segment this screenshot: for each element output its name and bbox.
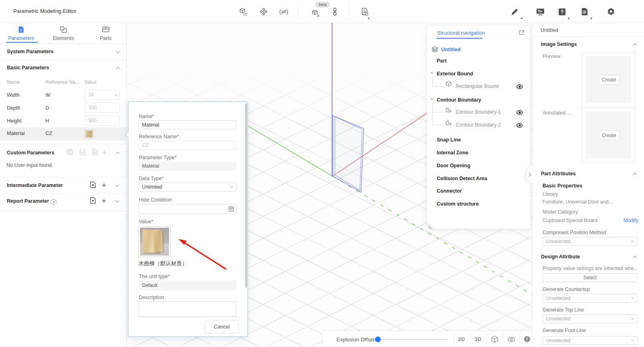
data-type-select[interactable]: Unlimited	[138, 183, 236, 191]
explosion-slider-handle[interactable]	[375, 337, 381, 342]
tree-item-internal-zone[interactable]: Internal Zone	[437, 150, 468, 156]
add-parameter-icon[interactable]: +	[102, 183, 106, 188]
link-icon[interactable]	[329, 6, 341, 18]
elements-icon	[60, 26, 67, 33]
chevron-up-icon[interactable]	[633, 256, 637, 260]
tree-item-collision-detect-area[interactable]: Collision Detect Area	[437, 176, 487, 181]
panel-collapse-tab[interactable]	[526, 166, 533, 183]
import-parameter-icon[interactable]	[90, 197, 96, 206]
view-3d-button[interactable]: 3D	[475, 336, 481, 342]
tree-item-contour-boundary[interactable]: Contour Boundary	[437, 97, 481, 103]
visibility-eye-icon[interactable]	[516, 83, 523, 91]
chevron-up-icon[interactable]	[116, 67, 120, 71]
part-attributes-header[interactable]: Part Attributes	[541, 171, 576, 177]
collapse-triangle-icon[interactable]	[430, 98, 433, 100]
tree-item-connector[interactable]: Connector	[437, 188, 462, 194]
add-parameter-icon[interactable]: +	[102, 150, 107, 156]
component-position-select[interactable]: Unselected	[543, 237, 638, 246]
dialog-scrollbar[interactable]	[245, 103, 247, 288]
cube-array-icon[interactable]	[237, 6, 249, 18]
report-parameter-header[interactable]: Report Parameter?	[7, 198, 56, 205]
document-lines-icon[interactable]	[578, 6, 590, 18]
image-settings-header[interactable]: Image Settings	[541, 42, 577, 47]
tab-parts[interactable]: Parts	[85, 23, 127, 43]
tree-item-rectangular-bound[interactable]: Rectangular Bound	[456, 83, 499, 89]
material-swatch[interactable]	[85, 129, 94, 139]
formula-calculator-icon[interactable]	[228, 206, 234, 214]
export-parameter-icon[interactable]	[92, 149, 98, 157]
dropdown-caret[interactable]	[520, 18, 523, 19]
view-2d-button[interactable]: 2D	[458, 336, 465, 342]
add-parameter-icon[interactable]: +	[102, 198, 106, 204]
generate-top-line-select[interactable]: Unselected	[543, 314, 638, 323]
custom-parameters-header[interactable]: Custom Parameters	[7, 150, 54, 156]
name-input[interactable]	[138, 121, 236, 129]
settings-circle-icon[interactable]	[66, 149, 73, 157]
parameter-type-field: Material	[138, 162, 236, 171]
param-value-field[interactable]: 500	[85, 103, 120, 113]
visibility-eye-icon[interactable]	[508, 337, 515, 344]
dropdown-caret[interactable]	[568, 18, 570, 19]
param-value-field[interactable]: 18	[85, 90, 120, 100]
chevron-up-icon[interactable]	[116, 152, 120, 156]
settings-nut-icon[interactable]	[605, 6, 617, 18]
resize-handle-icon[interactable]	[428, 224, 433, 231]
chevron-down-icon[interactable]	[116, 183, 120, 187]
export-document-icon[interactable]	[359, 6, 371, 18]
create-annotated-button[interactable]: Create	[599, 131, 619, 140]
generate-countertop-select[interactable]: Unselected	[543, 294, 638, 303]
generate-foot-line-select[interactable]: Unselected	[543, 336, 638, 345]
modify-link[interactable]: Modify	[623, 218, 638, 223]
visibility-eye-icon[interactable]	[516, 109, 523, 116]
select-button[interactable]: Select	[543, 273, 638, 282]
help-circle-icon[interactable]: ?	[51, 199, 56, 205]
param-value-field[interactable]: 900	[85, 116, 120, 126]
info-alert-icon[interactable]	[524, 336, 530, 344]
tab-elements[interactable]: Elements	[42, 23, 85, 43]
tab-parameters[interactable]: Parameters	[0, 23, 42, 43]
tree-item-door-opening[interactable]: Door Opening	[437, 163, 470, 168]
hide-condition-input[interactable]	[138, 204, 236, 214]
structural-navigation-tab[interactable]: Structural navigation	[437, 30, 485, 36]
tree-item-part[interactable]: Part	[437, 58, 446, 64]
basic-parameters-header[interactable]: Basic Parameters	[7, 65, 49, 71]
tree-item-custom-structure[interactable]: Custom structure	[437, 201, 479, 207]
dropdown-caret[interactable]	[367, 18, 370, 19]
tree-item-snap-line[interactable]: Snap Line	[437, 137, 461, 143]
description-textarea[interactable]	[138, 301, 236, 317]
collapse-triangle-icon[interactable]	[430, 72, 433, 74]
divider	[0, 211, 126, 211]
swap-values-icon[interactable]: (⇄)	[278, 6, 290, 18]
monitor-activity-icon[interactable]	[534, 6, 546, 18]
divider	[533, 36, 644, 37]
model-cube-icon[interactable]	[491, 335, 498, 345]
import-parameter-icon[interactable]	[79, 149, 86, 157]
tree-item-exterior-bound[interactable]: Exterior Bound	[437, 71, 473, 77]
design-attribute-header[interactable]: Design Attribute	[541, 254, 580, 260]
open-in-window-icon[interactable]	[519, 30, 524, 37]
cancel-button[interactable]: Cancel	[205, 320, 239, 333]
material-value-thumbnail[interactable]	[138, 226, 171, 257]
intermediate-parameter-header[interactable]: Intermediate Parameter	[7, 183, 63, 188]
help-icon[interactable]: ?	[556, 6, 568, 18]
create-preview-button[interactable]: Create	[599, 75, 619, 85]
explosion-slider-track[interactable]	[381, 339, 448, 340]
tree-item-contour-boundary-1[interactable]: Contour Boundary-1	[456, 109, 501, 115]
tree-connector	[432, 112, 444, 125]
board-wireframe-outer[interactable]	[333, 116, 364, 192]
tree-root-untitled[interactable]: Untitled	[441, 46, 460, 52]
system-parameters-header[interactable]: System Parameters	[7, 49, 54, 54]
param-name: Depth	[7, 105, 20, 111]
import-parameter-icon[interactable]	[90, 181, 96, 190]
dropdown-caret[interactable]	[590, 18, 592, 19]
edit-pencil-icon[interactable]	[508, 6, 520, 18]
formula-cube-icon[interactable]: fx	[310, 7, 322, 19]
tree-item-contour-boundary-2[interactable]: Contour Boundary-2	[456, 122, 501, 128]
pattern-nodes-icon[interactable]	[258, 6, 270, 18]
chevron-up-icon[interactable]	[633, 44, 637, 48]
chevron-down-icon[interactable]	[116, 199, 120, 203]
reference-name-input[interactable]	[138, 141, 236, 150]
chevron-up-icon[interactable]	[633, 173, 637, 177]
chevron-down-icon[interactable]	[116, 50, 120, 54]
visibility-eye-icon[interactable]	[516, 122, 523, 129]
